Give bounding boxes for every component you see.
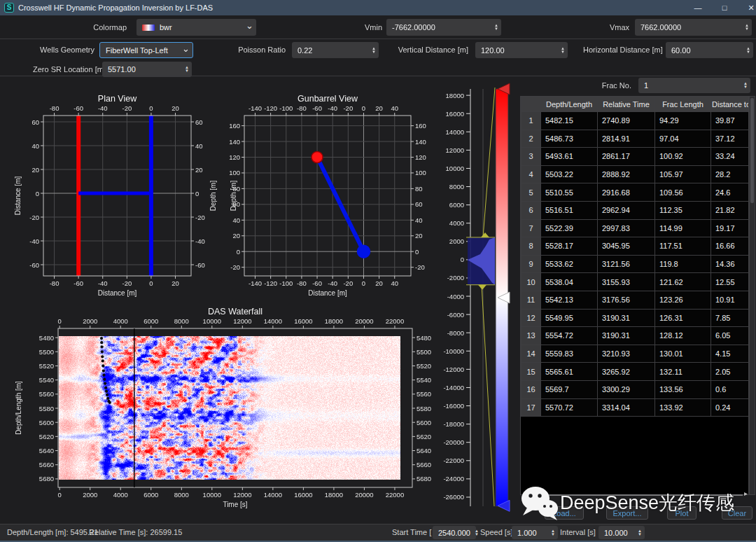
table-cell: 5559.83	[541, 345, 598, 363]
das-waterfall-image[interactable]	[59, 336, 400, 480]
plot-button[interactable]: Plot	[667, 506, 696, 520]
wells-geometry-dropdown[interactable]: FiberWell Top-Left ⌄	[99, 42, 193, 58]
spinner-arrows-icon[interactable]: ▲▼	[634, 529, 642, 536]
table-row[interactable]: 45503.222888.92105.9728.2	[522, 165, 750, 183]
plan-view-plot[interactable]: -80-80-60-60-40-40-20-20002020-60-60-40-…	[14, 94, 217, 297]
table-row[interactable]: 175570.723314.04133.920.24	[522, 398, 750, 417]
table-row[interactable]: 105538.043155.93121.6212.55	[522, 273, 750, 291]
clear-button[interactable]: Clear	[722, 506, 752, 520]
colormap-dropdown[interactable]: bwr ⌄	[136, 19, 256, 36]
table-row[interactable]: 25486.732814.9197.0437.12	[522, 130, 750, 148]
table-cell: 5503.22	[541, 165, 598, 183]
row-number-cell: 2	[522, 130, 541, 148]
interval-input[interactable]: 10.000 ▲▼	[598, 526, 645, 539]
svg-text:5620: 5620	[39, 433, 54, 440]
table-row[interactable]: 145559.833210.93130.014.15	[522, 345, 750, 363]
spinner-arrows-icon[interactable]: ▲▼	[547, 529, 555, 536]
table-row[interactable]: 135554.723190.31128.126.05	[522, 327, 750, 345]
vmax-value: 7662.00000	[640, 23, 681, 32]
gunbarrel-view-plot[interactable]: -140-140-120-120-100-100-80-80-60-60-40-…	[229, 94, 426, 297]
row-number-cell: 14	[522, 345, 541, 363]
minimize-button[interactable]: —	[687, 0, 708, 15]
svg-text:5680: 5680	[416, 475, 431, 482]
spinner-arrows-icon[interactable]: ▲▼	[368, 47, 376, 54]
svg-text:-80: -80	[297, 104, 307, 112]
svg-text:-20: -20	[343, 104, 353, 112]
row-number-header[interactable]	[522, 97, 541, 112]
column-header[interactable]: Relative Time	[598, 97, 655, 112]
svg-text:8000: 8000	[449, 183, 464, 190]
table-row[interactable]: 75522.392997.83114.9919.17	[522, 219, 750, 237]
table-row[interactable]: 35493.612861.17100.9233.24	[522, 148, 750, 166]
speed-input[interactable]: 1.000 ▲▼	[512, 526, 558, 539]
svg-text:0: 0	[58, 491, 62, 499]
table-cell: 5510.55	[541, 183, 598, 202]
svg-text:80: 80	[232, 185, 240, 193]
svg-text:-40: -40	[98, 279, 108, 287]
row-number-cell: 12	[522, 309, 541, 327]
table-cell: 0.24	[711, 398, 750, 417]
vertical-distance-input[interactable]: 120.00 ▲▼	[475, 42, 568, 58]
chevron-down-icon: ⌄	[241, 22, 253, 29]
table-row[interactable]: 125549.953190.31126.317.85	[522, 309, 750, 327]
svg-text:-140: -140	[248, 104, 262, 112]
table-row[interactable]: 155565.613265.92132.112.05	[522, 363, 750, 381]
colorbar-handle-min[interactable]	[498, 500, 510, 511]
maximize-button[interactable]: □	[714, 0, 735, 15]
column-header[interactable]: Frac Length	[655, 97, 711, 112]
svg-text:5620: 5620	[416, 433, 431, 440]
spinner-arrows-icon[interactable]: ▲▼	[742, 47, 750, 54]
svg-text:80: 80	[415, 185, 423, 193]
svg-text:14000: 14000	[446, 128, 464, 136]
table-row[interactable]: 15482.152740.8994.2939.87	[522, 112, 750, 130]
horizontal-distance-input[interactable]: 60.00 ▲▼	[666, 42, 753, 58]
poisson-ratio-input[interactable]: 0.22 ▲▼	[292, 42, 379, 58]
spinner-arrows-icon[interactable]: ▲▼	[181, 66, 189, 73]
svg-text:14000: 14000	[264, 317, 282, 325]
colorbar[interactable]: 1800016000140001200010000800060004000200…	[443, 83, 510, 511]
start-time-value: 2540.000	[438, 529, 470, 537]
monitor-well-point[interactable]	[312, 151, 323, 162]
table-row[interactable]: 95533.623121.56119.814.36	[522, 255, 750, 273]
svg-text:-80: -80	[297, 279, 307, 287]
table-row[interactable]: 85528.173045.95117.5116.66	[522, 237, 750, 256]
svg-text:-100: -100	[279, 104, 293, 112]
table-cell: 121.62	[655, 273, 711, 291]
svg-text:5540: 5540	[39, 376, 54, 384]
load-button[interactable]: Load...	[545, 506, 584, 520]
vmax-input[interactable]: 7662.00000 ▲▼	[635, 19, 752, 36]
svg-text:14000: 14000	[264, 491, 282, 499]
vmin-input[interactable]: -7662.00000 ▲▼	[386, 19, 501, 36]
svg-text:40: 40	[31, 142, 39, 150]
start-time-input[interactable]: 2540.000 ▲▼	[433, 526, 476, 539]
table-cell: 109.56	[655, 183, 711, 202]
treatment-well-point[interactable]	[357, 245, 370, 258]
colorbar-handle-max[interactable]	[498, 83, 510, 95]
table-row[interactable]: 115542.133176.56123.2610.91	[522, 291, 750, 309]
table-row[interactable]: 165569.73300.29133.560.6	[522, 380, 750, 398]
zero-sr-location-input[interactable]: 5571.00 ▲▼	[102, 62, 192, 77]
frac-no-input[interactable]: 1 ▲▼	[638, 78, 750, 93]
status-relative-time: Relative Time [s]: 26599.15	[89, 524, 182, 541]
svg-text:0: 0	[36, 190, 39, 197]
svg-text:2000: 2000	[449, 237, 464, 245]
spinner-arrows-icon[interactable]: ▲▼	[490, 24, 498, 31]
svg-text:5500: 5500	[39, 348, 54, 356]
colorbar-handle-mid[interactable]	[498, 292, 510, 303]
spinner-arrows-icon[interactable]: ▲▼	[741, 24, 749, 31]
spinner-arrows-icon[interactable]: ▲▼	[739, 82, 748, 89]
table-horizontal-scrollbar[interactable]	[544, 494, 743, 496]
column-header[interactable]: Depth/Length	[541, 97, 598, 112]
column-header[interactable]: Distance to Fro	[711, 97, 750, 112]
export-button[interactable]: Export...	[606, 506, 648, 520]
table-row[interactable]: 55510.552916.68109.5624.6	[522, 183, 750, 202]
svg-text:160: 160	[415, 122, 426, 130]
row-number-cell: 9	[522, 255, 541, 273]
table-row[interactable]: 65516.512962.94112.3521.82	[522, 201, 750, 219]
spinner-arrows-icon[interactable]: ▲▼	[470, 529, 479, 536]
scroll-right-arrow-icon[interactable]: ▸	[744, 489, 748, 497]
close-button[interactable]: ✕	[741, 0, 756, 15]
table-vertical-scrollbar[interactable]	[749, 96, 755, 495]
table-cell: 3300.29	[598, 380, 655, 398]
spinner-arrows-icon[interactable]: ▲▼	[556, 47, 565, 54]
